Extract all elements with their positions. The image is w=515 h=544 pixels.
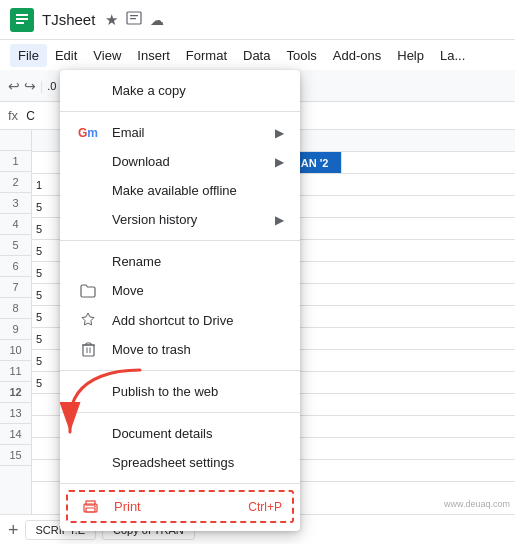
menu-email[interactable]: Gm Email ▶: [60, 118, 300, 147]
divider-5: [60, 483, 300, 484]
divider-2: [60, 240, 300, 241]
settings-label: Spreadsheet settings: [112, 455, 284, 470]
row-num-10: 10: [0, 340, 31, 361]
download-label: Download: [112, 154, 275, 169]
version-label: Version history: [112, 212, 275, 227]
row-num-14: 14: [0, 424, 31, 445]
row-num-9: 9: [0, 319, 31, 340]
row-num-1: 1: [0, 151, 31, 172]
svg-rect-6: [130, 18, 136, 19]
menu-offline[interactable]: Make available offline: [60, 176, 300, 205]
version-arrow: ▶: [275, 213, 284, 227]
menu-trash[interactable]: Move to trash: [60, 335, 300, 364]
row-num-15: 15: [0, 445, 31, 466]
print-shortcut: Ctrl+P: [248, 500, 282, 514]
row-num-6: 6: [0, 256, 31, 277]
row-num-13: 13: [0, 403, 31, 424]
menu-insert[interactable]: Insert: [129, 44, 178, 67]
cloud-icon[interactable]: ☁: [150, 12, 164, 28]
drive-icon[interactable]: [126, 10, 142, 29]
download-arrow: ▶: [275, 155, 284, 169]
menu-rename[interactable]: Rename: [60, 247, 300, 276]
folder-icon: [76, 284, 100, 298]
file-menu-dropdown: Make a copy Gm Email ▶ Download ▶ Make a…: [60, 70, 300, 531]
menu-doc-details[interactable]: Document details: [60, 419, 300, 448]
menu-tools[interactable]: Tools: [278, 44, 324, 67]
menu-version-history[interactable]: Version history ▶: [60, 205, 300, 234]
divider-3: [60, 370, 300, 371]
redo-icon[interactable]: ↪: [24, 78, 36, 94]
menu-bar: File Edit View Insert Format Data Tools …: [0, 40, 515, 70]
menu-view[interactable]: View: [85, 44, 129, 67]
row-num-8: 8: [0, 298, 31, 319]
menu-download[interactable]: Download ▶: [60, 147, 300, 176]
menu-make-copy[interactable]: Make a copy: [60, 76, 300, 105]
row-num-4: 4: [0, 214, 31, 235]
row-num-5: 5: [0, 235, 31, 256]
svg-rect-3: [16, 22, 24, 24]
menu-more[interactable]: La...: [432, 44, 473, 67]
menu-edit[interactable]: Edit: [47, 44, 85, 67]
row-num-3: 3: [0, 193, 31, 214]
svg-rect-5: [130, 15, 138, 16]
menu-addons[interactable]: Add-ons: [325, 44, 389, 67]
row-numbers: 1 2 3 4 5 6 7 8 9 10 11 12 13 14 15: [0, 130, 32, 514]
print-label: Print: [114, 499, 240, 514]
svg-rect-2: [16, 18, 28, 20]
email-label: Email: [112, 125, 275, 140]
offline-label: Make available offline: [112, 183, 284, 198]
menu-publish[interactable]: Publish to the web: [60, 377, 300, 406]
email-arrow: ▶: [275, 126, 284, 140]
menu-move[interactable]: Move: [60, 276, 300, 305]
trash-label: Move to trash: [112, 342, 284, 357]
printer-icon: [78, 500, 102, 514]
menu-print[interactable]: Print Ctrl+P: [66, 490, 294, 523]
divider-1: [60, 111, 300, 112]
menu-help[interactable]: Help: [389, 44, 432, 67]
row-header-blank: [0, 130, 31, 151]
menu-format[interactable]: Format: [178, 44, 235, 67]
svg-rect-13: [86, 508, 95, 512]
undo-icon[interactable]: ↩: [8, 78, 20, 94]
drive-shortcut-icon: [76, 312, 100, 328]
menu-spreadsheet-settings[interactable]: Spreadsheet settings: [60, 448, 300, 477]
publish-label: Publish to the web: [112, 384, 284, 399]
svg-rect-1: [16, 14, 28, 16]
row-num-12: 12: [0, 382, 31, 403]
cell-value: C: [26, 109, 35, 123]
title-bar: TJsheet ★ ☁: [0, 0, 515, 40]
menu-data[interactable]: Data: [235, 44, 278, 67]
make-copy-label: Make a copy: [112, 83, 284, 98]
gmail-icon: Gm: [76, 126, 100, 140]
star-icon[interactable]: ★: [105, 11, 118, 29]
title-icons: ★ ☁: [105, 10, 164, 29]
row-num-7: 7: [0, 277, 31, 298]
rename-label: Rename: [112, 254, 284, 269]
watermark: www.deuaq.com: [444, 499, 510, 509]
app-icon: [10, 8, 34, 32]
move-label: Move: [112, 283, 284, 298]
row-num-2: 2: [0, 172, 31, 193]
file-title: TJsheet: [42, 11, 95, 28]
menu-file[interactable]: File: [10, 44, 47, 67]
svg-rect-7: [83, 345, 94, 356]
fx-label: fx: [8, 108, 18, 123]
trash-icon: [76, 342, 100, 357]
shortcut-label: Add shortcut to Drive: [112, 313, 284, 328]
details-label: Document details: [112, 426, 284, 441]
menu-add-shortcut[interactable]: Add shortcut to Drive: [60, 305, 300, 335]
svg-point-14: [94, 505, 96, 507]
divider-4: [60, 412, 300, 413]
add-sheet-button[interactable]: +: [8, 521, 19, 539]
row-num-11: 11: [0, 361, 31, 382]
